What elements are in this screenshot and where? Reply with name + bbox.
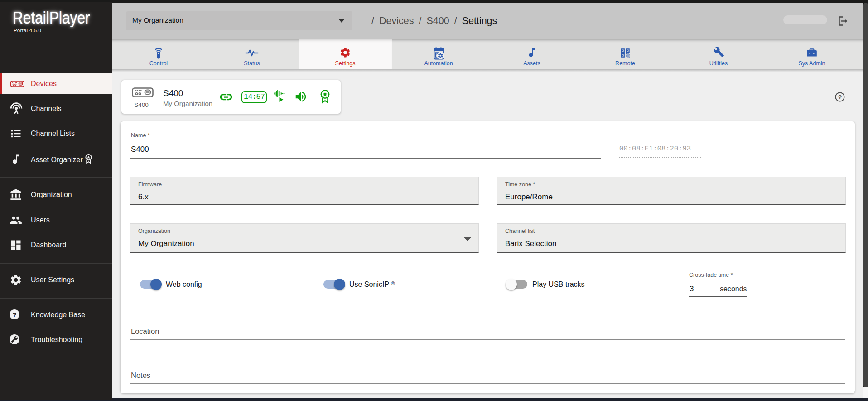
svg-text:?: ?	[838, 94, 842, 101]
svg-text:?: ?	[12, 311, 16, 319]
